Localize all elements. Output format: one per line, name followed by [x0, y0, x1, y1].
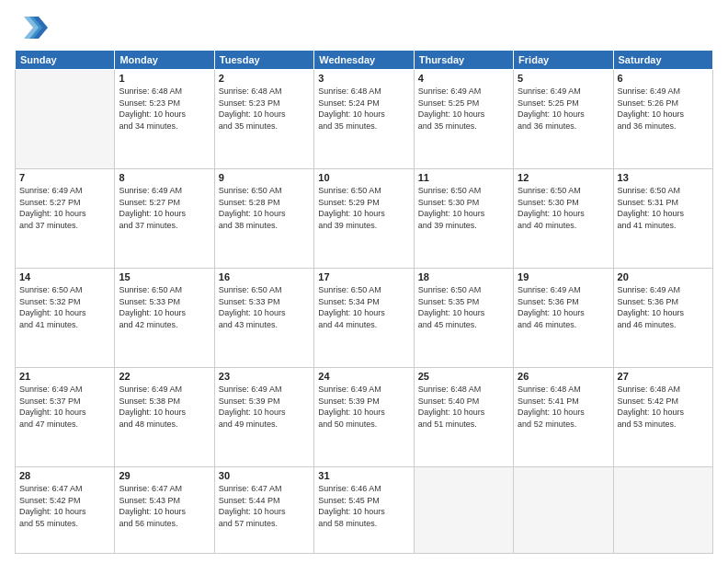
- calendar-cell: 31Sunrise: 6:46 AM Sunset: 5:45 PM Dayli…: [314, 466, 414, 553]
- day-info: Sunrise: 6:50 AM Sunset: 5:31 PM Dayligh…: [618, 185, 709, 231]
- day-info: Sunrise: 6:49 AM Sunset: 5:36 PM Dayligh…: [618, 284, 709, 330]
- day-number: 12: [518, 172, 609, 183]
- day-info: Sunrise: 6:49 AM Sunset: 5:25 PM Dayligh…: [418, 86, 509, 132]
- col-header-friday: Friday: [514, 51, 613, 70]
- day-info: Sunrise: 6:49 AM Sunset: 5:38 PM Dayligh…: [119, 384, 210, 430]
- calendar-cell: 27Sunrise: 6:48 AM Sunset: 5:42 PM Dayli…: [613, 367, 712, 466]
- day-number: 21: [19, 371, 110, 382]
- calendar-cell: 3Sunrise: 6:48 AM Sunset: 5:24 PM Daylig…: [314, 70, 414, 169]
- day-number: 23: [219, 371, 310, 382]
- day-number: 5: [518, 73, 609, 84]
- day-info: Sunrise: 6:48 AM Sunset: 5:23 PM Dayligh…: [119, 86, 210, 132]
- day-number: 3: [318, 73, 409, 84]
- calendar-cell: 13Sunrise: 6:50 AM Sunset: 5:31 PM Dayli…: [613, 168, 712, 268]
- calendar-table: SundayMondayTuesdayWednesdayThursdayFrid…: [15, 50, 713, 554]
- day-number: 13: [618, 172, 709, 183]
- day-number: 9: [219, 172, 310, 183]
- calendar-cell: 11Sunrise: 6:50 AM Sunset: 5:30 PM Dayli…: [414, 168, 513, 268]
- day-number: 19: [518, 271, 609, 282]
- page: SundayMondayTuesdayWednesdayThursdayFrid…: [0, 0, 728, 563]
- day-info: Sunrise: 6:49 AM Sunset: 5:37 PM Dayligh…: [19, 384, 110, 430]
- day-number: 29: [119, 470, 210, 481]
- day-info: Sunrise: 6:50 AM Sunset: 5:32 PM Dayligh…: [19, 284, 110, 330]
- calendar-cell: 4Sunrise: 6:49 AM Sunset: 5:25 PM Daylig…: [414, 70, 513, 169]
- day-info: Sunrise: 6:47 AM Sunset: 5:43 PM Dayligh…: [119, 483, 210, 529]
- logo-icon: [15, 11, 48, 44]
- day-number: 31: [318, 470, 409, 481]
- header: [15, 11, 713, 44]
- day-info: Sunrise: 6:50 AM Sunset: 5:33 PM Dayligh…: [119, 284, 210, 330]
- day-info: Sunrise: 6:49 AM Sunset: 5:26 PM Dayligh…: [618, 86, 709, 132]
- calendar-cell: 28Sunrise: 6:47 AM Sunset: 5:42 PM Dayli…: [16, 466, 115, 553]
- calendar-cell: 17Sunrise: 6:50 AM Sunset: 5:34 PM Dayli…: [314, 268, 414, 367]
- day-info: Sunrise: 6:48 AM Sunset: 5:24 PM Dayligh…: [318, 86, 409, 132]
- day-number: 26: [518, 371, 609, 382]
- calendar-cell: 15Sunrise: 6:50 AM Sunset: 5:33 PM Dayli…: [115, 268, 214, 367]
- day-info: Sunrise: 6:50 AM Sunset: 5:29 PM Dayligh…: [318, 185, 409, 231]
- day-info: Sunrise: 6:49 AM Sunset: 5:25 PM Dayligh…: [518, 86, 609, 132]
- calendar-cell: 12Sunrise: 6:50 AM Sunset: 5:30 PM Dayli…: [514, 168, 613, 268]
- day-number: 15: [119, 271, 210, 282]
- day-info: Sunrise: 6:48 AM Sunset: 5:42 PM Dayligh…: [618, 384, 709, 430]
- calendar-cell: 30Sunrise: 6:47 AM Sunset: 5:44 PM Dayli…: [214, 466, 313, 553]
- day-number: 24: [318, 371, 409, 382]
- calendar-cell: [514, 466, 613, 553]
- calendar-cell: 6Sunrise: 6:49 AM Sunset: 5:26 PM Daylig…: [613, 70, 712, 169]
- day-number: 20: [618, 271, 709, 282]
- day-number: 8: [119, 172, 210, 183]
- calendar-cell: 25Sunrise: 6:48 AM Sunset: 5:40 PM Dayli…: [414, 367, 513, 466]
- day-info: Sunrise: 6:49 AM Sunset: 5:39 PM Dayligh…: [219, 384, 310, 430]
- day-number: 1: [119, 73, 210, 84]
- calendar-cell: [16, 70, 115, 169]
- day-number: 11: [418, 172, 509, 183]
- day-info: Sunrise: 6:48 AM Sunset: 5:41 PM Dayligh…: [518, 384, 609, 430]
- calendar-cell: 14Sunrise: 6:50 AM Sunset: 5:32 PM Dayli…: [16, 268, 115, 367]
- calendar-cell: 24Sunrise: 6:49 AM Sunset: 5:39 PM Dayli…: [314, 367, 414, 466]
- calendar-cell: [414, 466, 513, 553]
- day-info: Sunrise: 6:49 AM Sunset: 5:36 PM Dayligh…: [518, 284, 609, 330]
- day-info: Sunrise: 6:50 AM Sunset: 5:28 PM Dayligh…: [219, 185, 310, 231]
- day-number: 14: [19, 271, 110, 282]
- day-info: Sunrise: 6:50 AM Sunset: 5:30 PM Dayligh…: [518, 185, 609, 231]
- day-number: 17: [318, 271, 409, 282]
- calendar-cell: 9Sunrise: 6:50 AM Sunset: 5:28 PM Daylig…: [214, 168, 313, 268]
- calendar-cell: 5Sunrise: 6:49 AM Sunset: 5:25 PM Daylig…: [514, 70, 613, 169]
- calendar-cell: 1Sunrise: 6:48 AM Sunset: 5:23 PM Daylig…: [115, 70, 214, 169]
- calendar-cell: 7Sunrise: 6:49 AM Sunset: 5:27 PM Daylig…: [16, 168, 115, 268]
- day-number: 7: [19, 172, 110, 183]
- calendar-cell: 18Sunrise: 6:50 AM Sunset: 5:35 PM Dayli…: [414, 268, 513, 367]
- day-number: 4: [418, 73, 509, 84]
- calendar-cell: 22Sunrise: 6:49 AM Sunset: 5:38 PM Dayli…: [115, 367, 214, 466]
- col-header-wednesday: Wednesday: [314, 51, 414, 70]
- col-header-monday: Monday: [115, 51, 214, 70]
- calendar-cell: 29Sunrise: 6:47 AM Sunset: 5:43 PM Dayli…: [115, 466, 214, 553]
- calendar-cell: 10Sunrise: 6:50 AM Sunset: 5:29 PM Dayli…: [314, 168, 414, 268]
- day-info: Sunrise: 6:50 AM Sunset: 5:34 PM Dayligh…: [318, 284, 409, 330]
- day-info: Sunrise: 6:50 AM Sunset: 5:35 PM Dayligh…: [418, 284, 509, 330]
- logo: [15, 11, 50, 44]
- day-number: 28: [19, 470, 110, 481]
- day-number: 2: [219, 73, 310, 84]
- day-number: 27: [618, 371, 709, 382]
- calendar-cell: 20Sunrise: 6:49 AM Sunset: 5:36 PM Dayli…: [613, 268, 712, 367]
- day-info: Sunrise: 6:47 AM Sunset: 5:44 PM Dayligh…: [219, 483, 310, 529]
- day-info: Sunrise: 6:49 AM Sunset: 5:27 PM Dayligh…: [119, 185, 210, 231]
- col-header-tuesday: Tuesday: [214, 51, 313, 70]
- day-info: Sunrise: 6:47 AM Sunset: 5:42 PM Dayligh…: [19, 483, 110, 529]
- day-number: 6: [618, 73, 709, 84]
- day-number: 16: [219, 271, 310, 282]
- calendar-cell: 26Sunrise: 6:48 AM Sunset: 5:41 PM Dayli…: [514, 367, 613, 466]
- day-info: Sunrise: 6:50 AM Sunset: 5:33 PM Dayligh…: [219, 284, 310, 330]
- calendar-cell: 8Sunrise: 6:49 AM Sunset: 5:27 PM Daylig…: [115, 168, 214, 268]
- day-number: 22: [119, 371, 210, 382]
- day-number: 30: [219, 470, 310, 481]
- day-info: Sunrise: 6:50 AM Sunset: 5:30 PM Dayligh…: [418, 185, 509, 231]
- day-info: Sunrise: 6:49 AM Sunset: 5:39 PM Dayligh…: [318, 384, 409, 430]
- calendar-cell: 21Sunrise: 6:49 AM Sunset: 5:37 PM Dayli…: [16, 367, 115, 466]
- calendar-cell: 19Sunrise: 6:49 AM Sunset: 5:36 PM Dayli…: [514, 268, 613, 367]
- col-header-saturday: Saturday: [613, 51, 712, 70]
- day-info: Sunrise: 6:46 AM Sunset: 5:45 PM Dayligh…: [318, 483, 409, 529]
- calendar-cell: 2Sunrise: 6:48 AM Sunset: 5:23 PM Daylig…: [214, 70, 313, 169]
- day-info: Sunrise: 6:49 AM Sunset: 5:27 PM Dayligh…: [19, 185, 110, 231]
- col-header-sunday: Sunday: [16, 51, 115, 70]
